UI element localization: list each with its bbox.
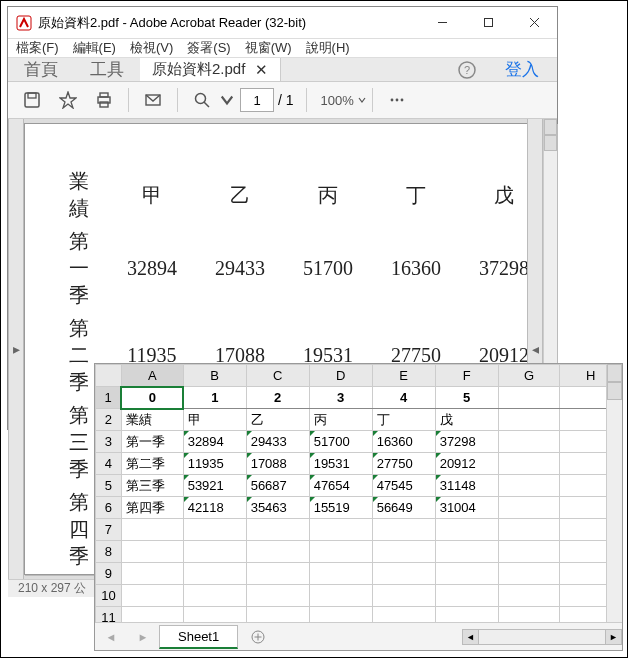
page-nav: / 1 xyxy=(240,88,294,112)
svg-rect-10 xyxy=(100,93,108,97)
help-button[interactable]: ? xyxy=(447,58,487,81)
spreadsheet-table[interactable]: ABCDEFGH10123452業績甲乙丙丁戊3第一季3289429433517… xyxy=(95,364,622,622)
toolbar: / 1 100% xyxy=(8,82,557,119)
menu-window[interactable]: 視窗(W) xyxy=(245,39,292,57)
acrobat-app-icon xyxy=(16,15,32,31)
page-total: / 1 xyxy=(278,92,294,108)
svg-line-14 xyxy=(204,102,209,107)
page-number-input[interactable] xyxy=(240,88,274,112)
chevron-down-icon xyxy=(358,96,366,104)
tab-bar: 首頁 工具 原始資料2.pdf ✕ ? 登入 xyxy=(8,58,557,82)
menu-sign[interactable]: 簽署(S) xyxy=(187,39,230,57)
zoom-dropdown-icon[interactable] xyxy=(220,82,234,118)
svg-point-16 xyxy=(395,99,398,102)
svg-text:?: ? xyxy=(464,64,470,76)
menu-help[interactable]: 說明(H) xyxy=(306,39,350,57)
sheet-nav-prev[interactable]: ◄ xyxy=(95,631,127,643)
save-icon[interactable] xyxy=(14,82,50,118)
tab-close-icon[interactable]: ✕ xyxy=(255,61,268,79)
star-icon[interactable] xyxy=(50,82,86,118)
zoom-icon[interactable] xyxy=(184,82,220,118)
excel-grid: ABCDEFGH10123452業績甲乙丙丁戊3第一季3289429433517… xyxy=(95,364,622,622)
close-button[interactable] xyxy=(511,7,557,39)
print-icon[interactable] xyxy=(86,82,122,118)
sheet-nav-next[interactable]: ► xyxy=(127,631,159,643)
excel-window: ABCDEFGH10123452業績甲乙丙丁戊3第一季3289429433517… xyxy=(94,363,623,651)
tab-home[interactable]: 首頁 xyxy=(8,58,74,81)
svg-rect-7 xyxy=(25,93,39,107)
menu-edit[interactable]: 編輯(E) xyxy=(73,39,116,57)
zoom-level[interactable]: 100% xyxy=(321,93,366,108)
more-icon[interactable] xyxy=(379,82,415,118)
tab-tools[interactable]: 工具 xyxy=(74,58,140,81)
excel-vertical-scrollbar[interactable] xyxy=(606,364,622,622)
svg-point-17 xyxy=(400,99,403,102)
window-title: 原始資料2.pdf - Adobe Acrobat Reader (32-bit… xyxy=(38,14,419,32)
login-button[interactable]: 登入 xyxy=(487,58,557,81)
tab-document-label: 原始資料2.pdf xyxy=(152,60,245,79)
panel-toggle-left[interactable]: ▸ xyxy=(8,119,24,579)
svg-rect-2 xyxy=(484,19,492,27)
zoom-level-label: 100% xyxy=(321,93,354,108)
email-icon[interactable] xyxy=(135,82,171,118)
title-bar: 原始資料2.pdf - Adobe Acrobat Reader (32-bit… xyxy=(8,7,557,39)
menu-view[interactable]: 檢視(V) xyxy=(130,39,173,57)
page-dimensions: 210 x 297 公 xyxy=(18,580,86,597)
minimize-button[interactable] xyxy=(419,7,465,39)
menu-bar: 檔案(F) 編輯(E) 檢視(V) 簽署(S) 視窗(W) 說明(H) xyxy=(8,39,557,58)
svg-point-15 xyxy=(390,99,393,102)
tab-document[interactable]: 原始資料2.pdf ✕ xyxy=(140,58,281,81)
sheet-add-button[interactable] xyxy=(244,627,272,647)
maximize-button[interactable] xyxy=(465,7,511,39)
excel-horizontal-scrollbar[interactable]: ◄► xyxy=(272,629,622,645)
sheet-tab[interactable]: Sheet1 xyxy=(159,625,238,649)
sheet-tab-bar: ◄ ► Sheet1 ◄► xyxy=(95,622,622,650)
menu-file[interactable]: 檔案(F) xyxy=(16,39,59,57)
